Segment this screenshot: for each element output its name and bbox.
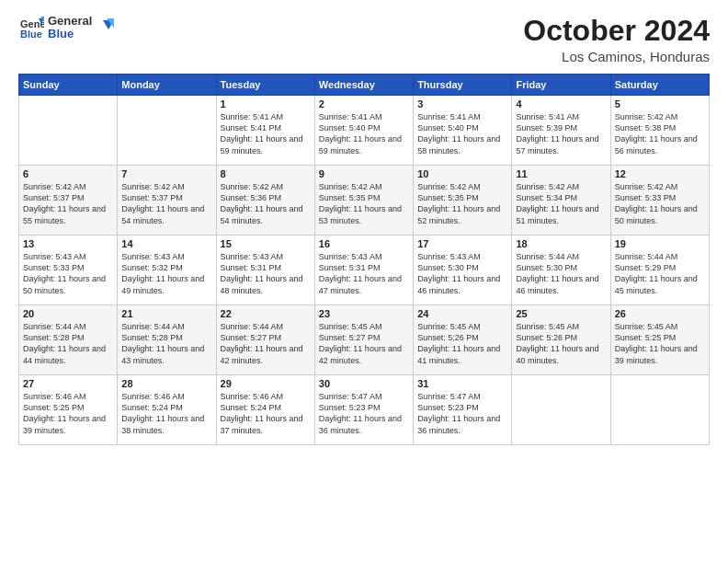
- day-number: 28: [121, 378, 211, 389]
- calendar-cell: [610, 375, 709, 445]
- cell-content: Sunrise: 5:47 AMSunset: 5:23 PMDaylight:…: [417, 391, 507, 436]
- day-number: 29: [221, 378, 311, 389]
- calendar-cell: 26Sunrise: 5:45 AMSunset: 5:25 PMDayligh…: [610, 305, 709, 375]
- day-number: 25: [516, 308, 606, 319]
- day-number: 5: [615, 98, 705, 109]
- day-number: 11: [516, 168, 606, 179]
- calendar-cell: [19, 96, 118, 166]
- logo-icon: General Blue: [18, 15, 44, 40]
- cell-content: Sunrise: 5:42 AMSunset: 5:33 PMDaylight:…: [615, 181, 705, 226]
- calendar-cell: 13Sunrise: 5:43 AMSunset: 5:33 PMDayligh…: [19, 236, 118, 305]
- cell-content: Sunrise: 5:41 AMSunset: 5:40 PMDaylight:…: [417, 111, 507, 156]
- day-number: 16: [319, 238, 409, 249]
- calendar-table: SundayMondayTuesdayWednesdayThursdayFrid…: [18, 74, 710, 445]
- cell-content: Sunrise: 5:44 AMSunset: 5:28 PMDaylight:…: [121, 321, 211, 366]
- page: General Blue General Blue October 2024 L…: [0, 0, 728, 563]
- cell-content: Sunrise: 5:45 AMSunset: 5:27 PMDaylight:…: [319, 321, 409, 366]
- day-number: 12: [615, 168, 705, 179]
- cell-content: Sunrise: 5:46 AMSunset: 5:24 PMDaylight:…: [221, 391, 311, 436]
- cell-content: Sunrise: 5:43 AMSunset: 5:33 PMDaylight:…: [23, 251, 113, 296]
- day-number: 9: [319, 168, 409, 179]
- calendar-week-1: 6Sunrise: 5:42 AMSunset: 5:37 PMDaylight…: [19, 166, 710, 236]
- calendar-cell: [512, 375, 610, 445]
- cell-content: Sunrise: 5:45 AMSunset: 5:25 PMDaylight:…: [615, 321, 705, 366]
- header-day-tuesday: Tuesday: [216, 75, 314, 96]
- header-day-saturday: Saturday: [610, 75, 709, 96]
- calendar-cell: 25Sunrise: 5:45 AMSunset: 5:26 PMDayligh…: [512, 305, 610, 375]
- calendar-cell: 17Sunrise: 5:43 AMSunset: 5:30 PMDayligh…: [414, 236, 512, 305]
- logo-blue: Blue: [48, 28, 92, 40]
- day-number: 21: [121, 308, 211, 319]
- cell-content: Sunrise: 5:41 AMSunset: 5:41 PMDaylight:…: [221, 111, 311, 156]
- header: General Blue General Blue October 2024 L…: [18, 15, 710, 64]
- cell-content: Sunrise: 5:41 AMSunset: 5:40 PMDaylight:…: [319, 111, 409, 156]
- calendar-cell: 2Sunrise: 5:41 AMSunset: 5:40 PMDaylight…: [314, 96, 413, 166]
- cell-content: Sunrise: 5:42 AMSunset: 5:36 PMDaylight:…: [221, 181, 311, 226]
- calendar-cell: 3Sunrise: 5:41 AMSunset: 5:40 PMDaylight…: [414, 96, 512, 166]
- logo-arrow-icon: [96, 18, 114, 37]
- day-number: 13: [23, 238, 113, 249]
- calendar-cell: 9Sunrise: 5:42 AMSunset: 5:35 PMDaylight…: [314, 166, 413, 236]
- day-number: 22: [221, 308, 311, 319]
- calendar-cell: 4Sunrise: 5:41 AMSunset: 5:39 PMDaylight…: [512, 96, 610, 166]
- cell-content: Sunrise: 5:44 AMSunset: 5:28 PMDaylight:…: [23, 321, 113, 366]
- month-title: October 2024: [523, 15, 710, 47]
- calendar-cell: 1Sunrise: 5:41 AMSunset: 5:41 PMDaylight…: [216, 96, 314, 166]
- calendar-cell: 27Sunrise: 5:46 AMSunset: 5:25 PMDayligh…: [19, 375, 118, 445]
- day-number: 19: [615, 238, 705, 249]
- cell-content: Sunrise: 5:44 AMSunset: 5:29 PMDaylight:…: [615, 251, 705, 296]
- cell-content: Sunrise: 5:41 AMSunset: 5:39 PMDaylight:…: [516, 111, 606, 156]
- header-day-thursday: Thursday: [414, 75, 512, 96]
- day-number: 17: [417, 238, 507, 249]
- calendar-cell: 22Sunrise: 5:44 AMSunset: 5:27 PMDayligh…: [216, 305, 314, 375]
- location-title: Los Caminos, Honduras: [523, 49, 710, 64]
- logo-general: General: [48, 15, 92, 28]
- cell-content: Sunrise: 5:42 AMSunset: 5:34 PMDaylight:…: [516, 181, 606, 226]
- calendar-header-row: SundayMondayTuesdayWednesdayThursdayFrid…: [19, 75, 710, 96]
- calendar-week-4: 27Sunrise: 5:46 AMSunset: 5:25 PMDayligh…: [19, 375, 710, 445]
- day-number: 23: [319, 308, 409, 319]
- calendar-week-3: 20Sunrise: 5:44 AMSunset: 5:28 PMDayligh…: [19, 305, 710, 375]
- header-day-wednesday: Wednesday: [314, 75, 413, 96]
- header-day-monday: Monday: [118, 75, 216, 96]
- day-number: 7: [121, 168, 211, 179]
- day-number: 26: [615, 308, 705, 319]
- day-number: 15: [221, 238, 311, 249]
- logo: General Blue General Blue: [18, 15, 114, 41]
- day-number: 31: [417, 378, 507, 389]
- calendar-cell: 8Sunrise: 5:42 AMSunset: 5:36 PMDaylight…: [216, 166, 314, 236]
- cell-content: Sunrise: 5:44 AMSunset: 5:27 PMDaylight:…: [221, 321, 311, 366]
- day-number: 2: [319, 98, 409, 109]
- svg-text:Blue: Blue: [20, 29, 42, 40]
- cell-content: Sunrise: 5:44 AMSunset: 5:30 PMDaylight:…: [516, 251, 606, 296]
- calendar-cell: 30Sunrise: 5:47 AMSunset: 5:23 PMDayligh…: [314, 375, 413, 445]
- cell-content: Sunrise: 5:47 AMSunset: 5:23 PMDaylight:…: [319, 391, 409, 436]
- calendar-cell: 28Sunrise: 5:46 AMSunset: 5:24 PMDayligh…: [118, 375, 216, 445]
- day-number: 10: [417, 168, 507, 179]
- cell-content: Sunrise: 5:43 AMSunset: 5:32 PMDaylight:…: [121, 251, 211, 296]
- day-number: 30: [319, 378, 409, 389]
- day-number: 20: [23, 308, 113, 319]
- cell-content: Sunrise: 5:45 AMSunset: 5:26 PMDaylight:…: [516, 321, 606, 366]
- day-number: 18: [516, 238, 606, 249]
- cell-content: Sunrise: 5:42 AMSunset: 5:37 PMDaylight:…: [121, 181, 211, 226]
- cell-content: Sunrise: 5:46 AMSunset: 5:25 PMDaylight:…: [23, 391, 113, 436]
- calendar-cell: 15Sunrise: 5:43 AMSunset: 5:31 PMDayligh…: [216, 236, 314, 305]
- day-number: 27: [23, 378, 113, 389]
- cell-content: Sunrise: 5:46 AMSunset: 5:24 PMDaylight:…: [121, 391, 211, 436]
- calendar-cell: 14Sunrise: 5:43 AMSunset: 5:32 PMDayligh…: [118, 236, 216, 305]
- calendar-cell: 12Sunrise: 5:42 AMSunset: 5:33 PMDayligh…: [610, 166, 709, 236]
- calendar-cell: [118, 96, 216, 166]
- calendar-cell: 7Sunrise: 5:42 AMSunset: 5:37 PMDaylight…: [118, 166, 216, 236]
- calendar-cell: 11Sunrise: 5:42 AMSunset: 5:34 PMDayligh…: [512, 166, 610, 236]
- header-day-friday: Friday: [512, 75, 610, 96]
- calendar-cell: 24Sunrise: 5:45 AMSunset: 5:26 PMDayligh…: [414, 305, 512, 375]
- calendar-cell: 20Sunrise: 5:44 AMSunset: 5:28 PMDayligh…: [19, 305, 118, 375]
- calendar-cell: 23Sunrise: 5:45 AMSunset: 5:27 PMDayligh…: [314, 305, 413, 375]
- cell-content: Sunrise: 5:45 AMSunset: 5:26 PMDaylight:…: [417, 321, 507, 366]
- calendar-cell: 18Sunrise: 5:44 AMSunset: 5:30 PMDayligh…: [512, 236, 610, 305]
- calendar-cell: 6Sunrise: 5:42 AMSunset: 5:37 PMDaylight…: [19, 166, 118, 236]
- calendar-cell: 16Sunrise: 5:43 AMSunset: 5:31 PMDayligh…: [314, 236, 413, 305]
- calendar-cell: 10Sunrise: 5:42 AMSunset: 5:35 PMDayligh…: [414, 166, 512, 236]
- calendar-cell: 5Sunrise: 5:42 AMSunset: 5:38 PMDaylight…: [610, 96, 709, 166]
